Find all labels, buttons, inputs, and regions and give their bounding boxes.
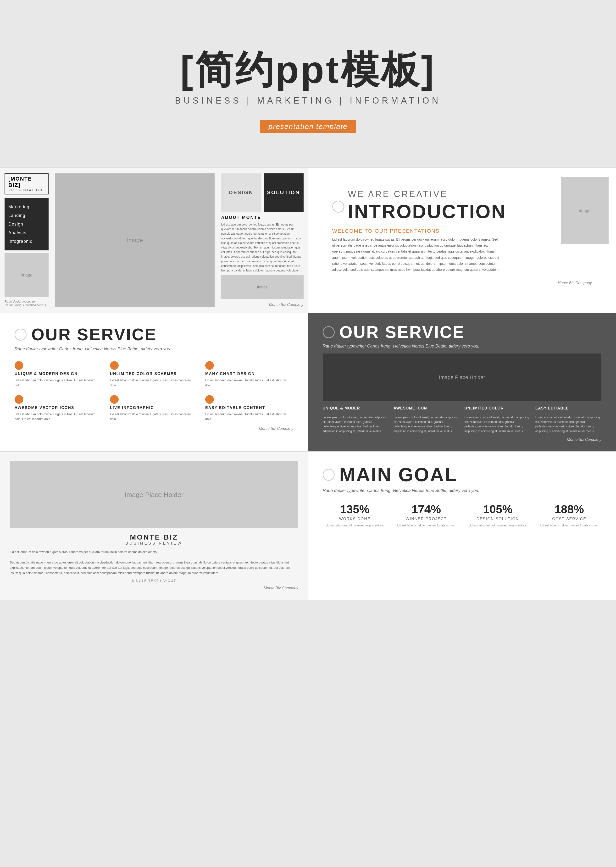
stat-number-3: 105% [465, 503, 530, 516]
biz-title-area: MONTE BIZ BUSINESS REVIEW [10, 533, 298, 545]
slide-row-2: OUR SERVICE Raue dauier typewriter Carlo… [0, 313, 616, 452]
service-item-title-2: UNLIMITED COLOR SCHEMES [110, 372, 198, 376]
cover-title: [简约ppt模板] [181, 49, 435, 91]
service-item-4: AWESOME VECTOR ICONS Lid est laborum dol… [14, 395, 103, 422]
stat-text-1: Lid est laborum dolo rowneu fugats sutra… [323, 523, 387, 528]
service-item-title-1: UNIQUE & MODERN DESIGN [14, 372, 103, 376]
service-dot-2 [110, 361, 119, 370]
design-bottom-image: Image [221, 275, 303, 299]
stat-4: 188% COST SERVICE Lid est laborum dolo r… [537, 503, 602, 528]
service-item-title-3: MANY CHART DESIGN [205, 372, 294, 376]
biz-link[interactable]: SINGLE TEXT LAYOUT [10, 579, 298, 583]
slide-our-service-right: OUR SERVICE Raue dauier typewriter Carlo… [308, 313, 616, 452]
monte-nav: Marketing Landing Design Analysis Infogr… [5, 198, 49, 250]
service-footer-left: Monte Biz Company [14, 426, 294, 431]
dark-feature-3: UNLIMITED COLOR [464, 406, 530, 410]
monte-brand-box: [MONTE BIZ] PRESENTATION [5, 173, 49, 195]
stat-text-2: Lid est laborum dolo rowneu fugats sutra… [394, 523, 458, 528]
service-dot-1 [14, 361, 23, 370]
service-item-6: EASY EDITABLE CONTENT Lid est laborum do… [205, 395, 294, 422]
stat-text-3: Lid est laborum dolo rowneu fugats sutra… [465, 523, 530, 528]
main-goal-title: MAIN GOAL [339, 464, 457, 486]
about-section: ABOUT MONTE Lid est laborum dolo rowneu … [221, 215, 303, 273]
nav-item-1[interactable]: Marketing [8, 203, 45, 211]
service-item-text-1: Lid est laborum dolo rowneu fugats sutra… [14, 378, 103, 388]
service-item-title-4: AWESOME VECTOR ICONS [14, 406, 103, 410]
service-item-1: UNIQUE & MODERN DESIGN Lid est laborum d… [14, 361, 103, 388]
dark-feature-4: EASY EDITABLE [535, 406, 602, 410]
main-goal-subtitle: Raue dauier typewriter Carlos Irung, Hel… [323, 488, 602, 493]
slide-our-service-left: OUR SERVICE Raue dauier typewriter Carlo… [0, 313, 308, 452]
slide-row-3: Image Place Holder MONTE BIZ BUSINESS RE… [0, 452, 616, 600]
monte-brand-sub: PRESENTATION [8, 188, 45, 192]
service-item-title-6: EASY EDITABLE CONTENT [205, 406, 294, 410]
main-goal-circle-icon [323, 469, 335, 481]
stat-text-4: Lid est laborum dolo rowneu fugats sutra… [537, 523, 602, 528]
intro-image-right: Image [561, 177, 608, 244]
service-dark-header: OUR SERVICE [323, 323, 602, 342]
service-item-5: LIVE INFOGRAPHIC Lid est laborum dolo ro… [110, 395, 198, 422]
service-item-3: MANY CHART DESIGN Lid est laborum dolo r… [205, 361, 294, 388]
cover-subtitle: BUSINESS | MARKETING | INFORMATION [175, 96, 441, 106]
service-dot-4 [14, 395, 23, 404]
dark-col-1: Lorem ipsum dolor sit amet, consectetur … [323, 415, 389, 433]
intro-circle-icon [332, 201, 344, 213]
service-dark-subtitle: Raue dauier typewriter Carlos Irung, Hel… [323, 344, 602, 349]
stat-number-1: 135% [323, 503, 387, 516]
service-circle-icon [14, 328, 27, 341]
main-goal-header: MAIN GOAL [323, 464, 602, 486]
monte-center-image: Image [55, 173, 215, 307]
slide-monte-biz: [MONTE BIZ] PRESENTATION Marketing Landi… [0, 167, 308, 313]
service-item-text-6: Lid est laborum dolo rowneu fugats sutra… [205, 412, 294, 422]
service-title: OUR SERVICE [31, 325, 157, 344]
stat-label-2: WINNER PROJECT [394, 517, 458, 521]
stats-grid: 135% WORKS DONE Lid est laborum dolo row… [323, 503, 602, 528]
service-dark-circle-icon [323, 326, 335, 338]
service-dot-5 [110, 395, 119, 404]
biz-title: MONTE BIZ [10, 533, 298, 541]
service-dark-title: OUR SERVICE [339, 323, 465, 342]
about-text: Lid est laborum dolo rowneu fugats sutra… [221, 222, 303, 273]
intro-footer: Monte Biz Company [332, 281, 592, 285]
stat-label-4: COST SERVICE [537, 517, 602, 521]
service-subtitle: Raue dauier typewriter Carlos Irung, Hel… [14, 347, 294, 352]
nav-item-2[interactable]: Landing [8, 211, 45, 220]
slide-introduction: WE ARE CREATIVE INTRODUCTION WELCOME TO … [308, 167, 616, 313]
about-title: ABOUT MONTE [221, 215, 303, 220]
intro-body: Lid est laborum dolo rowneu fugats sutra… [332, 237, 500, 273]
stat-label-1: WORKS DONE [323, 517, 387, 521]
service-dot-3 [205, 361, 214, 370]
monte-bottom-image-left: Image [5, 253, 49, 297]
dark-features: UNIQUE & MODER AWESOME ICON UNLIMITED CO… [323, 406, 602, 410]
intro-welcome: WELCOME TO OUR PRESENTATIONS [332, 228, 592, 234]
slide-main-goal: MAIN GOAL Raue dauier typewriter Carlos … [308, 452, 616, 600]
dark-col-2: Lorem ipsum dolor sit amet, consectetur … [393, 415, 460, 433]
nav-item-4[interactable]: Analysis [8, 228, 45, 237]
intro-we-are: WE ARE CREATIVE [348, 189, 506, 199]
slide-business-review: Image Place Holder MONTE BIZ BUSINESS RE… [0, 452, 308, 600]
nav-item-5[interactable]: Infographic [8, 237, 45, 246]
service-header: OUR SERVICE [14, 325, 294, 344]
intro-title: INTRODUCTION [348, 201, 506, 223]
service-item-text-2: Lid est laborum dolo rowneu fugats sutra… [110, 378, 198, 388]
service-item-text-5: Lid est laborum dolo rowneu fugats sutra… [110, 412, 198, 422]
cover-section: [简约ppt模板] BUSINESS | MARKETING | INFORMA… [0, 0, 616, 167]
solution-box: SOLUTION [264, 173, 303, 212]
biz-image-placeholder: Image Place Holder [10, 461, 298, 528]
dark-col-3: Lorem ipsum dolor sit amet, consectetur … [464, 415, 530, 433]
service-dark-image: Image Place Holder [323, 353, 602, 401]
slide1-footer: Monte Biz Company [221, 303, 303, 307]
service-item-2: UNLIMITED COLOR SCHEMES Lid est laborum … [110, 361, 198, 388]
stat-number-2: 174% [394, 503, 458, 516]
stat-number-4: 188% [537, 503, 602, 516]
biz-footer: Monte Biz Company [10, 586, 298, 590]
service-item-text-3: Lid est laborum dolo rowneu fugats sutra… [205, 378, 294, 388]
stat-1: 135% WORKS DONE Lid est laborum dolo row… [323, 503, 387, 528]
stat-label-3: DESIGN SOLUTION [465, 517, 530, 521]
stat-3: 105% DESIGN SOLUTION Lid est laborum dol… [465, 503, 530, 528]
design-box: DESIGN [221, 173, 261, 212]
service-dark-footer: Monte Biz Company [323, 437, 602, 442]
biz-body-text: Lid est laborum dolo rowneu fugats sutra… [10, 550, 298, 576]
nav-item-3[interactable]: Design [8, 220, 45, 228]
dark-col-4: Lorem ipsum dolor sit amet, consectetur … [535, 415, 602, 433]
